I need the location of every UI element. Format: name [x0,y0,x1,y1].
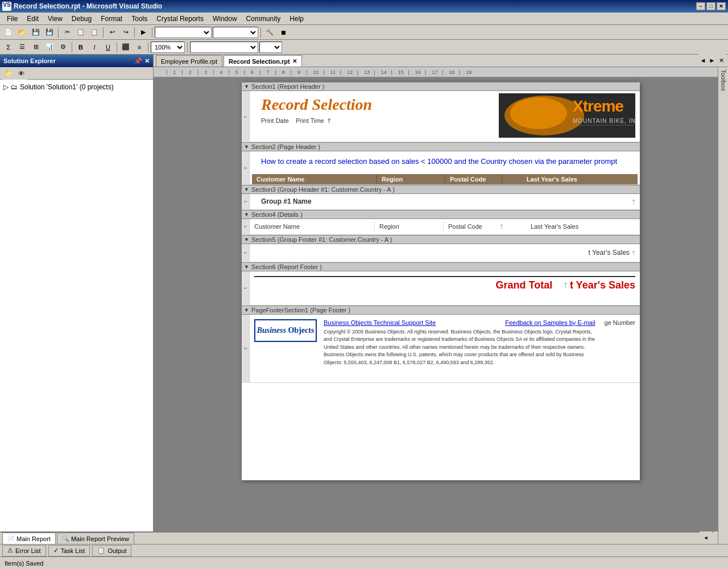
section5-content: 1 t Year's Sales † [242,244,640,262]
error-list-tab[interactable]: ⚠ Error List [2,545,46,556]
list-button[interactable]: ☰ [16,41,28,53]
col-header-row: Customer Name Region Postal Code Last Ye… [252,174,638,184]
align-center-button[interactable]: ≡ [133,41,146,53]
save-all-button[interactable]: 💾 [43,26,56,39]
separator4 [152,27,152,38]
section5-header: ▼ Section5 (Group Footer #1: Customer.Co… [242,235,640,244]
svg-text:MOUNTAIN BIKE, INC.: MOUNTAIN BIKE, INC. [573,118,635,124]
tab-employee-profile[interactable]: Employee Profile.rpt [156,55,222,67]
italic-button[interactable]: I [88,41,101,53]
group-border-right: † [632,198,635,205]
copy-button[interactable]: 📋 [75,26,87,39]
error-list-label: Error List [15,547,41,554]
se-new-folder[interactable]: 📁 [2,67,15,80]
tab-close-icon[interactable]: ✕ [292,58,297,64]
tab-main-report-preview[interactable]: 🔍 Main Report Preview [57,533,134,544]
menu-view[interactable]: View [43,14,67,24]
se-show-all[interactable]: 👁 [15,67,27,80]
underline-button[interactable]: U [102,41,114,53]
solution-explorer-title: Solution Explorer [3,57,56,64]
toolbar-1: 📄 📂 💾 💾 ✂ 📋 📋 ↩ ↪ ▶ 🔨 ⏹ [0,25,728,40]
section7-header: ▼ PageFooterSection1 (Page Footer ) [242,306,640,315]
se-close-icon[interactable]: ✕ [144,57,150,65]
section6-header: ▼ Section6 (Report Footer ) [242,262,640,271]
error-icon: ⚠ [7,547,13,554]
sep-t23 [148,42,148,52]
sep-t2 [72,42,72,52]
tab-nav-right[interactable]: ► [708,54,717,67]
open-button[interactable]: 📂 [16,26,28,39]
section4-content: 1 Customer Name Region Postal Code † Las… [242,219,640,235]
zoom-combo[interactable]: 100% [151,42,185,53]
tab-close-all[interactable]: ✕ [717,54,726,67]
col-hdr-region: Region [377,174,445,184]
filter-button[interactable]: ⚙ [57,41,69,53]
stop-button[interactable]: ⏹ [277,26,289,39]
page-header-text: How to create a record selection based o… [250,151,640,172]
task-list-tab[interactable]: ✓ Task List [48,545,90,556]
section1-side-label: 1 [242,91,250,142]
status-bar: Item(s) Saved [0,556,728,569]
nav-left[interactable]: ◄ [700,531,712,544]
section2-content: 2 How to create a record selection based… [242,151,640,185]
sigma-button[interactable]: Σ [2,41,15,53]
main-report-preview-label: Main Report Preview [71,535,129,542]
menu-crystal-reports[interactable]: Crystal Reports [152,14,208,24]
section7-side-label: 3 [242,315,250,383]
redo-button[interactable]: ↪ [119,26,132,39]
menu-debug[interactable]: Debug [67,14,96,24]
menu-file[interactable]: File [2,14,22,24]
tab-nav-left[interactable]: ◄ [698,54,708,67]
section3-header: ▼ Section3 (Group Header #1: Customer.Co… [242,185,640,194]
toolbox-sidebar[interactable]: Toolbox [718,67,728,544]
section2-label: Section2 (Page Header ) [251,143,320,150]
table-button[interactable]: ⊞ [30,41,42,53]
cut-button[interactable]: ✂ [61,26,73,39]
bold-button[interactable]: B [75,41,87,53]
solution-item[interactable]: ▷ 🗂 Solution 'Solution1' (0 projects) [2,82,151,92]
platform-combo[interactable] [213,27,258,38]
build-button[interactable]: 🔨 [263,26,276,39]
section7-label: PageFooterSection1 (Page Footer ) [251,307,350,314]
undo-button[interactable]: ↩ [106,26,118,39]
section2-arrow: ▼ [244,144,249,150]
menu-window[interactable]: Window [208,14,242,24]
toolbar-2: Σ ☰ ⊞ 📊 ⚙ B I U ⬛ ≡ 100% [0,40,728,55]
config-combo[interactable] [155,27,212,38]
align-left-button[interactable]: ⬛ [119,41,132,53]
font-combo[interactable] [190,42,258,53]
menu-community[interactable]: Community [242,14,286,24]
footer-link2[interactable]: Feedback on Samples by E-mail [505,319,595,326]
maximize-button[interactable]: □ [706,2,715,10]
menu-edit[interactable]: Edit [22,14,43,24]
chart-button[interactable]: 📊 [43,41,56,53]
start-button[interactable]: ▶ [137,26,150,39]
sep-t22 [117,42,117,52]
xtreme-logo: Xtreme MOUNTAIN BIKE, INC. [499,93,635,138]
close-button[interactable]: ✕ [717,2,726,10]
paste-button[interactable]: 📋 [88,26,101,39]
section6-side-label: 1 [242,271,250,306]
main-report-label: Main Report [16,535,51,542]
footer-link1[interactable]: Business Objects Technical Support Site [324,319,436,326]
menu-format[interactable]: Format [96,14,127,24]
menu-help[interactable]: Help [285,14,308,24]
size-combo[interactable] [259,42,282,53]
tab-main-report[interactable]: 📄 Main Report [2,533,56,544]
section7-content: 3 Business Objects Business Objects Tech… [242,315,640,383]
new-button[interactable]: 📄 [2,26,15,39]
detail-sales: Last Year's Sales [503,222,583,231]
section2-side-label: 2 [242,151,250,185]
minimize-button[interactable]: − [696,2,705,10]
menu-tools[interactable]: Tools [127,14,152,24]
solution-label: Solution 'Solution1' (0 projects) [20,83,114,91]
section4-side-label: 1 [242,219,250,235]
tab-record-selection[interactable]: Record Selection.rpt ✕ [224,55,302,67]
bottom-tabs-bar: 📄 Main Report 🔍 Main Report Preview ◄ ► [0,531,728,544]
report-paper: ▼ Section1 (Report Header ) 1 Record Sel… [242,82,640,480]
section6-content: 1 Grand Total † t Year's Sales [242,271,640,306]
save-button[interactable]: 💾 [30,26,42,39]
se-pin-icon[interactable]: 📌 [134,57,142,65]
section3-side-label: 1 [242,194,250,210]
output-tab[interactable]: 📋 Output [92,545,131,556]
